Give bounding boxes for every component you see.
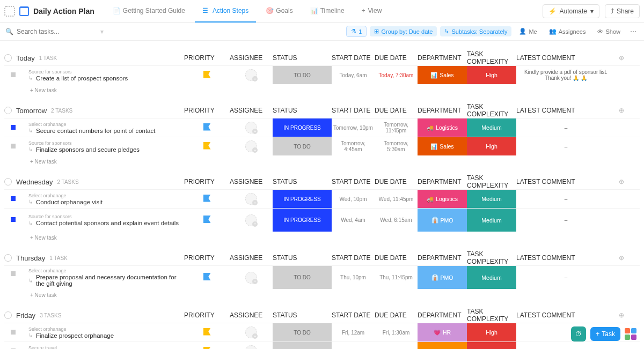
tab-timeline[interactable]: 📊Timeline: [303, 0, 352, 23]
status-square[interactable]: [11, 196, 16, 201]
task-title[interactable]: ↳Finalize sponsors and secure pledges: [28, 146, 184, 153]
add-column[interactable]: ⊕: [616, 54, 626, 62]
add-column[interactable]: ⊕: [616, 254, 626, 262]
share-button[interactable]: ⤴Share: [605, 4, 640, 18]
task-row[interactable]: Select orphanage ↳Finalize prospect orph…: [4, 323, 640, 341]
complexity-tag[interactable]: High: [467, 323, 516, 341]
search-input[interactable]: [17, 28, 70, 35]
start-date[interactable]: Wed, 10pm: [332, 196, 375, 202]
collapse-toggle[interactable]: [4, 54, 12, 62]
task-row[interactable]: Select orphanage ↳Conduct orphanage visi…: [4, 189, 640, 208]
status-square[interactable]: [11, 271, 16, 276]
priority-flag[interactable]: [203, 328, 211, 336]
task-row[interactable]: Select orphanage ↳Prepare proposal and n…: [4, 265, 640, 289]
complexity-tag[interactable]: High: [467, 137, 516, 155]
start-date[interactable]: Tomorrow, 4:45am: [332, 140, 375, 152]
status-badge[interactable]: TO DO: [273, 66, 332, 84]
complexity-tag[interactable]: Medium: [467, 190, 516, 208]
priority-flag[interactable]: [203, 216, 211, 223]
new-task-link[interactable]: + New task: [4, 289, 640, 298]
add-column[interactable]: ⊕: [616, 178, 626, 185]
due-date[interactable]: Thu, 11:45pm: [375, 274, 418, 280]
status-square[interactable]: [11, 125, 16, 130]
task-row[interactable]: Source for sponsors ↳Contact potential s…: [4, 208, 640, 232]
tab-goals[interactable]: 🎯Goals: [258, 0, 300, 23]
status-badge[interactable]: IN PROGRESS: [273, 209, 332, 232]
status-square[interactable]: [11, 330, 16, 335]
due-date[interactable]: Tomorrow, 11:45pm: [375, 122, 418, 133]
new-task-button[interactable]: +Task: [590, 327, 620, 341]
app-menu-icon[interactable]: [4, 6, 15, 17]
task-row[interactable]: Source for sponsors ↳Create a list of pr…: [4, 65, 640, 84]
collapse-toggle[interactable]: [4, 311, 12, 319]
record-button[interactable]: ⏱: [571, 326, 586, 341]
assignee-avatar[interactable]: [245, 193, 257, 205]
assignee-avatar[interactable]: [245, 272, 257, 284]
me-chip[interactable]: 👤Me: [515, 26, 541, 36]
status-badge[interactable]: TO DO: [273, 342, 332, 349]
status-badge[interactable]: TO DO: [273, 266, 332, 289]
task-row[interactable]: Select orphanage ↳Secure contact numbers…: [4, 118, 640, 137]
status-square[interactable]: [11, 144, 16, 148]
department-tag[interactable]: 💗HR: [418, 323, 467, 341]
due-date[interactable]: Wed, 6:15am: [375, 217, 418, 223]
status-badge[interactable]: TO DO: [273, 137, 332, 155]
add-column[interactable]: ⊕: [616, 107, 626, 114]
status-square[interactable]: [11, 217, 16, 222]
task-title[interactable]: ↳Create a list of prospect sponsors: [28, 75, 184, 81]
start-date[interactable]: Fri, 12am: [332, 330, 375, 336]
collapse-toggle[interactable]: [4, 107, 12, 114]
new-task-link[interactable]: + New task: [4, 155, 640, 165]
complexity-tag[interactable]: High: [467, 66, 516, 84]
priority-flag[interactable]: [203, 347, 211, 350]
collapse-toggle[interactable]: [4, 254, 12, 262]
complexity-tag[interactable]: High: [467, 342, 516, 349]
automate-button[interactable]: ⚡Automate▾: [543, 4, 599, 18]
assignee-avatar[interactable]: [245, 140, 257, 152]
priority-flag[interactable]: [203, 142, 211, 150]
department-tag[interactable]: 🚚Logistics: [418, 190, 467, 208]
department-tag[interactable]: 📊Sales: [418, 137, 467, 155]
status-badge[interactable]: IN PROGRESS: [273, 190, 332, 208]
assignees-chip[interactable]: 👥Assignees: [545, 26, 590, 36]
assignee-avatar[interactable]: [245, 345, 257, 349]
priority-flag[interactable]: [203, 195, 211, 202]
task-title[interactable]: ↳Contact potential sponsors and explain …: [28, 220, 184, 226]
department-tag[interactable]: 📊Sales: [418, 66, 467, 84]
filter-chip[interactable]: ⚗1: [346, 26, 367, 37]
priority-flag[interactable]: [203, 123, 211, 131]
more-icon[interactable]: ⋯: [628, 28, 639, 35]
department-tag[interactable]: 🚚Logistics: [418, 118, 467, 137]
tab-add-view[interactable]: +View: [354, 0, 390, 23]
department-tag[interactable]: 🚚Logistics: [418, 342, 467, 349]
complexity-tag[interactable]: Medium: [467, 118, 516, 137]
task-title[interactable]: ↳Secure contact numbers for point of con…: [28, 128, 184, 134]
collapse-toggle[interactable]: [4, 178, 12, 185]
assignee-avatar[interactable]: [245, 214, 257, 226]
due-date[interactable]: Tomorrow, 5:30am: [375, 140, 418, 152]
priority-flag[interactable]: [203, 273, 211, 280]
due-date[interactable]: Fri, 1:30am: [375, 330, 418, 336]
add-column[interactable]: ⊕: [616, 311, 626, 319]
priority-flag[interactable]: [203, 71, 211, 78]
task-row[interactable]: Secure travel ↳Create a list of potentia…: [4, 341, 640, 349]
new-task-link[interactable]: + New task: [4, 232, 640, 241]
status-badge[interactable]: IN PROGRESS: [273, 118, 332, 137]
subtasks-chip[interactable]: ↳Subtasks: Separately: [440, 26, 511, 36]
start-date[interactable]: Today, 6am: [332, 72, 375, 78]
assignee-avatar[interactable]: [245, 122, 257, 133]
new-task-link[interactable]: + New task: [4, 84, 640, 93]
tab-action-steps[interactable]: ☰Action Steps: [195, 0, 256, 23]
start-date[interactable]: Wed, 4am: [332, 217, 375, 223]
status-badge[interactable]: TO DO: [273, 323, 332, 341]
task-title[interactable]: ↳Conduct orphanage visit: [28, 199, 184, 205]
complexity-tag[interactable]: Medium: [467, 209, 516, 232]
start-date[interactable]: Tomorrow, 10pm: [332, 125, 375, 131]
groupby-chip[interactable]: ⊞Group by: Due date: [370, 26, 437, 36]
tab-getting-started[interactable]: 📄Getting Started Guide: [105, 0, 193, 23]
task-row[interactable]: Source for sponsors ↳Finalize sponsors a…: [4, 137, 640, 155]
start-date[interactable]: Thu, 10pm: [332, 274, 375, 280]
apps-button[interactable]: [625, 328, 636, 340]
assignee-avatar[interactable]: [245, 69, 257, 81]
department-tag[interactable]: 👔PMO: [418, 209, 467, 232]
